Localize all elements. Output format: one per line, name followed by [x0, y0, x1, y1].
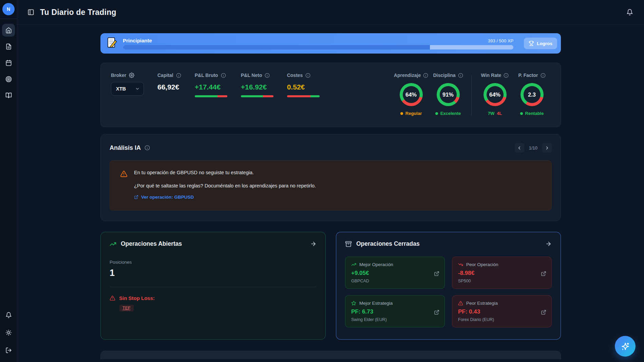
- costs-stat: Costes 0.52€: [287, 73, 320, 97]
- info-icon[interactable]: [504, 73, 509, 78]
- worst-strategy-name: Forex Diario (EUR): [458, 317, 546, 322]
- sun-icon: [5, 329, 12, 336]
- info-icon[interactable]: [458, 73, 463, 78]
- sidebar: N: [0, 0, 17, 362]
- book-open-icon: [5, 92, 12, 99]
- card-divider: [110, 287, 317, 287]
- ai-alert-line1: En tu operación de GBPUSD no seguiste tu…: [134, 170, 316, 175]
- achievements-button[interactable]: Logros: [524, 38, 557, 49]
- capital-value: 66,92€: [157, 83, 181, 91]
- prev-insight-button[interactable]: [515, 143, 524, 153]
- next-insight-button[interactable]: [542, 143, 552, 153]
- external-link-icon: [541, 309, 546, 315]
- ai-alert-line2: ¿Por qué te saltaste las reglas? Documén…: [134, 183, 316, 188]
- status-dot: [400, 112, 403, 115]
- xp-progress-bar: [123, 45, 513, 49]
- open-worst-strategy-button[interactable]: [541, 309, 546, 315]
- sidebar-item-calendar[interactable]: [2, 56, 15, 69]
- positions-value: 1: [110, 268, 317, 278]
- sidebar-bottom: [2, 308, 15, 357]
- discipline-gauge: Disciplina 91% Excelente: [430, 73, 467, 116]
- open-worst-trade-button[interactable]: [541, 271, 546, 276]
- trophy-icon: [529, 41, 534, 46]
- notifications-button[interactable]: [626, 9, 633, 16]
- status-dot: [435, 112, 438, 115]
- archive-icon: [345, 241, 352, 247]
- trending-down-icon: [458, 262, 463, 267]
- xp-progress-block: Principiante 393 / 500 XP: [123, 38, 513, 49]
- avatar[interactable]: N: [2, 3, 15, 15]
- content-scroll-area: Principiante 393 / 500 XP Logros: [17, 25, 644, 362]
- worst-trade-tile: Peor Operación -8.98€ SP500: [452, 257, 552, 289]
- info-icon[interactable]: [145, 145, 150, 150]
- no-stop-loss-ticker[interactable]: TEF: [119, 305, 134, 311]
- arrow-right-icon: [545, 241, 552, 247]
- xp-progress-fill: [123, 45, 430, 49]
- sidebar-item-dashboard[interactable]: [2, 24, 15, 37]
- info-icon[interactable]: [305, 73, 310, 78]
- panel-left-icon: [27, 9, 34, 16]
- level-label: Principiante: [123, 38, 152, 43]
- performance-gauges: Aprendizaje 64% Regular Disciplina 91% E: [393, 73, 550, 116]
- home-icon: [5, 27, 12, 34]
- sidebar-item-learnings[interactable]: [2, 89, 15, 102]
- bell-icon: [5, 312, 12, 318]
- alert-triangle-icon: [110, 295, 115, 301]
- trending-up-icon: [110, 241, 116, 247]
- info-icon[interactable]: [176, 73, 181, 78]
- sidebar-divider: [0, 19, 17, 19]
- ai-assistant-fab[interactable]: [615, 336, 636, 357]
- gear-icon[interactable]: [129, 73, 134, 78]
- open-best-strategy-button[interactable]: [434, 309, 439, 315]
- chevron-down-icon: [135, 86, 140, 91]
- wins-count: 7W: [488, 111, 495, 116]
- info-icon[interactable]: [541, 73, 546, 78]
- open-trades-title: Operaciones Abiertas: [121, 240, 182, 247]
- calendar-icon: [5, 60, 12, 66]
- top-bar: Tu Diario de Trading: [17, 0, 644, 25]
- logout-button[interactable]: [2, 344, 15, 357]
- logout-icon: [5, 347, 12, 354]
- best-strategy-name: Swing Elder (EUR): [351, 317, 439, 322]
- sidebar-item-goals[interactable]: [2, 73, 15, 85]
- status-dot: [520, 112, 523, 115]
- pnl-net-bar: [241, 95, 273, 97]
- external-link-icon: [434, 271, 439, 276]
- learning-donut: 64%: [400, 83, 423, 106]
- open-best-trade-button[interactable]: [434, 271, 439, 276]
- best-trade-value: +9.05€: [351, 270, 439, 277]
- page-title: Tu Diario de Trading: [40, 8, 116, 17]
- discipline-donut: 91%: [437, 83, 460, 106]
- worst-trade-symbol: SP500: [458, 279, 546, 283]
- losses-count: 4L: [497, 111, 502, 116]
- broker-select[interactable]: XTB: [111, 82, 144, 96]
- learning-gauge: Aprendizaje 64% Regular: [393, 73, 430, 116]
- view-operation-link[interactable]: Ver operación: GBPUSD: [134, 195, 316, 200]
- alert-triangle-icon: [458, 301, 463, 306]
- memo-icon: [106, 37, 118, 50]
- sidebar-nav: [2, 24, 15, 102]
- sidebar-notifications-button[interactable]: [2, 308, 15, 321]
- pnl-gross-bar: [195, 95, 227, 97]
- info-icon[interactable]: [221, 73, 226, 78]
- star-icon: [351, 301, 356, 306]
- arrow-right-icon: [310, 241, 317, 247]
- target-icon: [5, 76, 12, 82]
- account-stats-card: Broker XTB Capital: [100, 63, 561, 127]
- closed-trades-link-button[interactable]: [545, 241, 552, 247]
- info-icon[interactable]: [423, 73, 428, 78]
- file-text-icon: [5, 43, 12, 50]
- sidebar-toggle-button[interactable]: [27, 9, 34, 16]
- ai-analysis-card: Análisis IA 1/10 En tu operación de GBPU…: [100, 134, 561, 221]
- winrate-gauge: Win Rate 64% 7W4L: [476, 73, 513, 116]
- trending-up-icon: [351, 262, 356, 267]
- ai-analysis-title: Análisis IA: [110, 144, 141, 152]
- sidebar-item-journal[interactable]: [2, 40, 15, 53]
- open-trades-link-button[interactable]: [310, 241, 317, 247]
- theme-toggle-button[interactable]: [2, 326, 15, 339]
- profit-factor-gauge: P. Factor 2.3 Rentable: [513, 73, 550, 116]
- worst-strategy-value: PF: 0.43: [458, 308, 546, 315]
- gauges-divider: [471, 75, 472, 116]
- info-icon[interactable]: [265, 73, 270, 78]
- best-trade-symbol: GBPCAD: [351, 279, 439, 283]
